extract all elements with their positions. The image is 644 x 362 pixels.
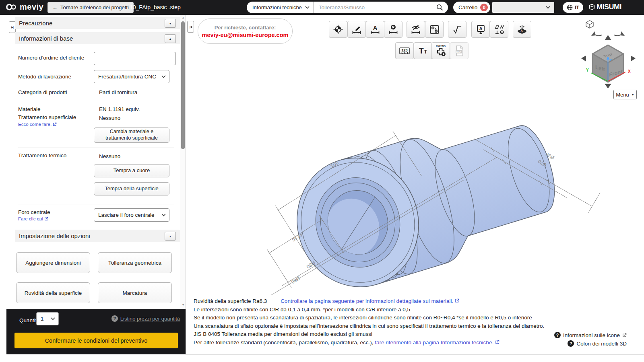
through-hardening-button[interactable]: Tempra a cuore [94,164,169,177]
surface-treatment-help-link[interactable]: Ecco come fare. [18,122,57,127]
order-number-input[interactable] [94,52,176,65]
options-toggle-button[interactable]: ▲ [165,232,176,241]
marking-button[interactable]: A [471,21,490,38]
viewer-help-links: ? Informazioni sulle icone ? Colori dei … [554,332,627,347]
project-filename: 10_FAtp_basic .step [130,4,181,10]
text-size-icon: T T [417,45,429,56]
datum-pattern-button[interactable] [425,21,444,38]
external-link-icon [53,122,57,126]
surface-roughness-option-button[interactable]: Ruvidità della superficie [16,282,90,303]
meviy-logo[interactable]: meviy [6,2,43,12]
center-hole-select[interactable]: Lasciare il foro centrale [94,208,169,222]
search-icon[interactable] [436,4,443,11]
language-selector[interactable]: IT [563,2,583,13]
chevron-up-icon: ▲ [169,235,172,238]
section-basic-info: Informazioni di base ▲ [15,32,180,44]
svg-text:A: A [373,25,377,31]
surface-hardening-button[interactable]: Tempra della superficie [94,182,169,195]
contact-email[interactable]: meviy-eu@misumi-europe.com [202,32,289,38]
scroll-up-icon[interactable]: ▲ [180,16,186,19]
external-link-icon [44,217,48,221]
ruler-123-icon: 123 [398,45,411,56]
marking-option-button[interactable]: Marcatura [98,282,172,303]
precaution-toggle-button[interactable]: ▼ [165,19,176,28]
price-list-link[interactable]: ? Listino prezzi per quantità [111,315,180,322]
add-dimensions-button[interactable]: Aggiungere dimensioni [16,252,90,273]
note-line: Ruvidità della superficie Ra6.3 Controll… [194,297,544,306]
back-to-projects-button[interactable]: ← Tornare all’elenco dei progetti [47,2,134,13]
machining-method-label: Metodo di lavorazione [18,74,71,80]
product-category-value: Parti di tornitura [99,89,137,95]
model-colors-link[interactable]: ? Colori dei modelli 3D [568,340,627,347]
text-dimension-button[interactable]: A [366,21,384,38]
rotate-right-arrowhead [620,31,625,36]
back-arrow-icon: ← [52,4,58,10]
geometric-tolerance-button[interactable]: Tolleranza geometrica [98,252,172,273]
3d-model[interactable] [281,102,569,300]
heat-treatment-label: Trattamento termico [18,152,66,158]
tilt-up-arrow[interactable] [605,35,611,40]
search-category-dropdown[interactable]: Informazioni tecniche [247,2,314,13]
delete-dimension-button[interactable] [384,21,402,38]
divider [18,204,174,204]
misumi-cube-icon [589,4,595,10]
svg-text:123: 123 [401,48,407,52]
search-box: Informazioni tecniche [247,2,448,13]
hide-dimension-button[interactable] [407,21,425,38]
view-cube[interactable]: Top Left Front X Y Z [568,20,638,88]
cart-button[interactable]: Carrello 0 [453,2,490,13]
chevron-up-icon: ▲ [169,37,172,40]
technical-notes: Ruvidità della superficie Ra6.3 Controll… [194,297,544,347]
icon-info-link[interactable]: ? Informazioni sulle icone [554,332,627,338]
section-precaution: Precauzione ▼ [15,17,180,29]
external-link-icon [495,340,500,344]
edit-dimension-button[interactable] [347,21,366,38]
cart-count-badge: 0 [480,4,488,11]
model-viewport[interactable]: 100 42.55 Ø80 Ø60 Ø36 Ø70 [186,55,644,300]
question-icon: ? [568,340,574,347]
home-view-icon[interactable] [586,21,593,28]
note-line: Una scanalatura di sfiato opzionale è im… [194,322,544,331]
meviy-logo-icon [6,3,18,11]
surface-roughness-button[interactable] [448,21,466,38]
basic-info-toggle-button[interactable]: ▲ [165,34,176,43]
laser-marking-button[interactable]: A [513,21,531,38]
sidebar-scrollbar[interactable]: ▲ ▼ [180,15,186,309]
machining-method-select-wrap: Fresatura/tornitura CNC [94,70,169,83]
tilt-down-arrow[interactable] [605,84,611,88]
quantity-select-wrap: 1 [36,312,59,325]
divider [18,148,174,148]
configuration-sidebar: ▶| Precauzione ▼ Informazioni di base ▲ … [6,15,180,309]
chevron-down-icon [546,6,550,9]
search-input[interactable] [314,4,436,10]
question-icon: ? [111,315,118,322]
logo-text: meviy [20,2,43,12]
datum-target-button[interactable] [329,21,347,38]
marking-icon: A [475,24,486,35]
account-dropdown[interactable] [492,2,554,13]
question-icon: ? [554,332,561,338]
scrollbar-thumb[interactable] [181,21,185,149]
contact-banner: Per richieste, contattare: meviy-eu@misu… [198,19,293,44]
materials-info-link[interactable]: Controllare la pagina seguente per infor… [281,298,455,304]
machining-method-select[interactable]: Fresatura/tornitura CNC [94,70,169,83]
sidebar-collapse-handle[interactable]: |◀ [187,21,194,33]
order-number-label: Numero d’ordine del cliente [18,55,84,61]
rotate-left-step-arrow[interactable] [581,56,586,62]
surface-treatment-value: Nessuno [99,115,120,121]
note-line: Le intersezioni sono rifinite con C/R da… [194,306,544,314]
surface-roughness-icon [452,24,463,35]
quantity-select[interactable]: 1 [36,312,59,325]
note-line: Per altre tolleranze standard (concentri… [194,339,544,347]
svg-text:T: T [419,46,424,55]
change-material-button[interactable]: Cambia materiale e trattamento superfici… [94,128,169,143]
center-hole-help-link[interactable]: Fare clic qui [18,216,48,221]
geometric-tolerance-button[interactable] [490,21,508,38]
confirm-quote-button[interactable]: Confermare le condizioni del preventivo [14,333,178,348]
rotate-right-step-arrow[interactable] [631,56,636,62]
technical-info-link[interactable]: fare riferimento alla pagina Informazion… [375,339,495,346]
viewer-menu-button[interactable]: Menu ▼ [613,90,637,99]
scroll-down-icon[interactable]: ▼ [180,303,186,306]
axis-x-label: X [628,69,631,74]
svg-text:A: A [479,26,482,31]
